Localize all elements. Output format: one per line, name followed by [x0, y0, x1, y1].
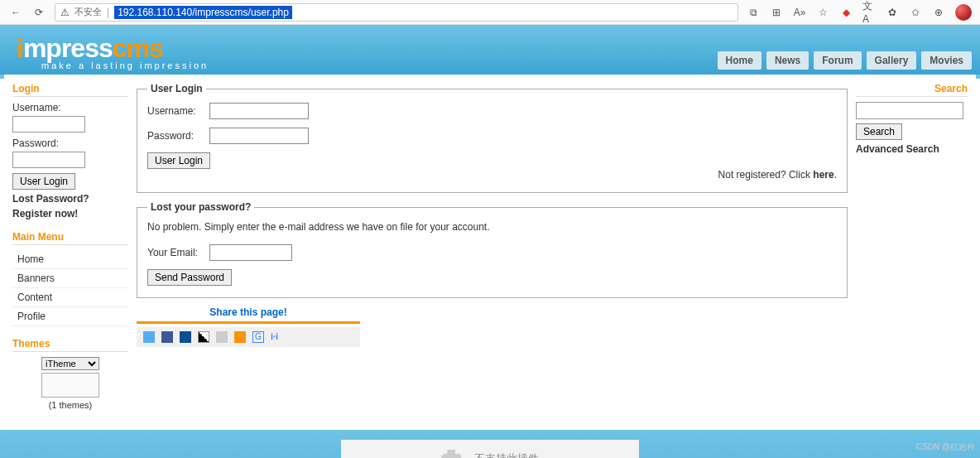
puzzle-icon: [441, 450, 461, 458]
search-input[interactable]: [856, 102, 963, 119]
theme-preview: [41, 373, 99, 398]
nav-news[interactable]: News: [766, 51, 809, 70]
menu-profile[interactable]: Profile: [12, 307, 128, 326]
main-password-input[interactable]: [209, 128, 309, 144]
themes-block: Themes iTheme (1 themes): [12, 338, 128, 410]
share-icons: G i·i: [137, 327, 360, 347]
extension-icon-1[interactable]: ◆: [839, 6, 853, 19]
grid-icon[interactable]: ⊞: [770, 6, 783, 19]
not-registered-text: Not registered? Click here.: [147, 169, 837, 181]
warning-icon: ⚠: [60, 7, 70, 18]
delicious-icon[interactable]: [198, 331, 209, 343]
email-label: Your Email:: [147, 247, 207, 258]
site-header: impresscms make a lasting impression Hom…: [0, 25, 980, 75]
send-password-button[interactable]: Send Password: [147, 269, 232, 286]
url-text: 192.168.110.140/impresscms/user.php: [114, 6, 292, 19]
star-icon[interactable]: ☆: [816, 6, 829, 19]
main-username-input[interactable]: [209, 103, 309, 119]
search-title: Search: [856, 83, 968, 97]
menu-content[interactable]: Content: [12, 288, 128, 307]
lost-password-link[interactable]: Lost Password?: [12, 193, 128, 205]
sidebar-password-label: Password:: [12, 137, 128, 149]
menu-banners[interactable]: Banners: [12, 269, 128, 288]
main-username-label: Username:: [147, 105, 207, 117]
browser-toolbar: ← ⟳ ⚠ 不安全 | 192.168.110.140/impresscms/u…: [0, 0, 980, 25]
myspace-icon[interactable]: [180, 331, 191, 343]
plugin-placeholder: 不支持此插件: [341, 440, 639, 458]
google-icon[interactable]: G: [252, 331, 264, 343]
watermark: CSDN @红岩杵: [916, 441, 975, 453]
reddit-icon[interactable]: [234, 331, 246, 343]
sidebar-username-input[interactable]: [12, 116, 85, 133]
digg-icon[interactable]: [216, 331, 228, 343]
search-button[interactable]: Search: [856, 123, 902, 140]
share-divider: [137, 321, 360, 324]
main-nav: Home News Forum Gallery Movies: [718, 51, 972, 70]
themes-title: Themes: [12, 338, 128, 352]
text-size-icon[interactable]: A»: [793, 6, 806, 19]
profile-avatar[interactable]: [955, 4, 972, 21]
collections-icon[interactable]: ⊕: [932, 6, 945, 19]
user-login-legend: User Login: [147, 83, 206, 94]
facebook-icon[interactable]: [161, 331, 173, 343]
lost-password-fieldset: Lost your password? No problem. Simply e…: [137, 201, 848, 298]
main-menu-block: Main Menu Home Banners Content Profile: [12, 231, 128, 326]
login-block: Login Username: Password: User Login Los…: [12, 83, 128, 219]
main-password-label: Password:: [147, 130, 207, 142]
friendfeed-icon[interactable]: i·i: [271, 331, 282, 343]
toolbar-icons: ⧉ ⊞ A» ☆ ◆ 文A ✿ ✩ ⊕: [747, 4, 972, 21]
footer-banner: 不支持此插件: [0, 430, 980, 458]
main-content: User Login Username: Password: User Logi…: [137, 83, 848, 422]
sidebar-login-button[interactable]: User Login: [12, 173, 75, 190]
menu-home[interactable]: Home: [12, 250, 128, 269]
main-menu-title: Main Menu: [12, 231, 128, 245]
sidebar-username-label: Username:: [12, 102, 128, 113]
advanced-search-link[interactable]: Advanced Search: [856, 143, 968, 155]
settings-icon[interactable]: ✿: [886, 6, 899, 19]
security-status: 不安全: [74, 6, 102, 18]
favorites-icon[interactable]: ✩: [909, 6, 922, 19]
register-link[interactable]: Register now!: [12, 208, 128, 219]
nav-gallery[interactable]: Gallery: [867, 51, 917, 70]
email-input[interactable]: [209, 244, 292, 261]
lost-password-desc: No problem. Simply enter the e-mail addr…: [147, 221, 837, 233]
back-button[interactable]: ←: [8, 5, 23, 20]
theme-count: (1 themes): [12, 400, 128, 410]
sidebar-password-input[interactable]: [12, 152, 85, 168]
main-login-button[interactable]: User Login: [147, 152, 210, 169]
share-bar: Share this page! G i·i: [137, 306, 360, 347]
site-logo[interactable]: impresscms make a lasting impression: [17, 33, 209, 70]
twitter-icon[interactable]: [143, 331, 155, 343]
theme-select[interactable]: iTheme: [41, 357, 99, 370]
devices-icon[interactable]: ⧉: [747, 6, 760, 19]
user-login-fieldset: User Login Username: Password: User Logi…: [137, 83, 848, 193]
address-bar[interactable]: ⚠ 不安全 | 192.168.110.140/impresscms/user.…: [55, 3, 738, 22]
share-title: Share this page!: [137, 306, 360, 321]
logo-tagline: make a lasting impression: [17, 60, 209, 70]
sidebar-right: Search Search Advanced Search: [856, 83, 968, 422]
register-here-link[interactable]: here: [813, 169, 833, 181]
translate-icon[interactable]: 文A: [862, 6, 876, 19]
sidebar-left: Login Username: Password: User Login Los…: [12, 83, 128, 422]
nav-movies[interactable]: Movies: [921, 51, 972, 70]
nav-home[interactable]: Home: [718, 51, 761, 70]
nav-forum[interactable]: Forum: [814, 51, 861, 70]
login-block-title: Login: [12, 83, 128, 97]
reload-button[interactable]: ⟳: [31, 5, 46, 20]
lost-password-legend: Lost your password?: [147, 201, 254, 213]
